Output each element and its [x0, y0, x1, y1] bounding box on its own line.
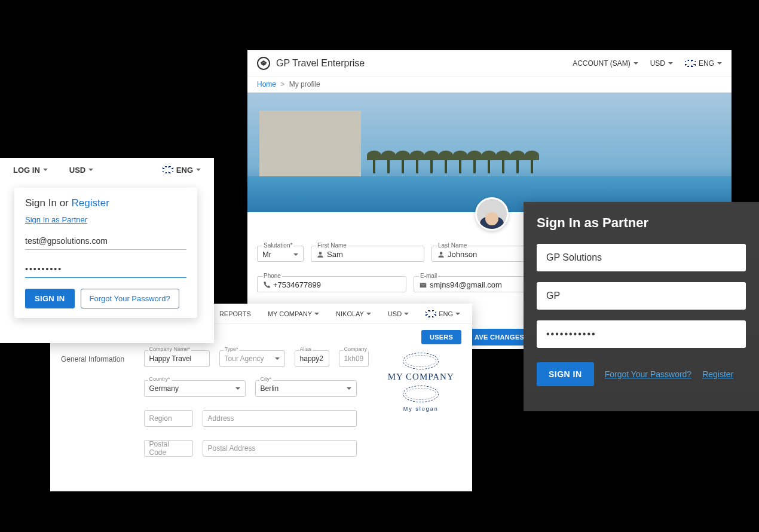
- uk-flag-icon: [426, 310, 436, 317]
- breadcrumb-current: My profile: [289, 80, 320, 88]
- country-select[interactable]: Country*Germany: [144, 380, 246, 397]
- signin-nav: LOG IN USD ENG: [0, 158, 214, 182]
- password-input[interactable]: [25, 261, 186, 278]
- section-label: General Information: [61, 350, 132, 470]
- nav-my-company[interactable]: MY COMPANY: [268, 310, 319, 317]
- phone-icon: [262, 281, 271, 289]
- chevron-down-icon: [668, 62, 673, 65]
- first-name-field[interactable]: First Name: [311, 246, 424, 262]
- brand-logo-icon: [257, 57, 270, 70]
- company-name-field[interactable]: Company Name*Happy Travel: [144, 350, 210, 367]
- company-code-field: Company1kh09: [339, 350, 369, 367]
- nav-login[interactable]: LOG IN: [13, 166, 48, 175]
- chevron-down-icon: [455, 313, 460, 315]
- chevron-down-icon: [275, 357, 280, 360]
- postal-address-field[interactable]: Postal Address: [203, 440, 357, 457]
- breadcrumb: Home > My profile: [247, 77, 732, 93]
- signin-popup: Sign In or Register Sign In as Partner S…: [14, 188, 197, 318]
- profile-header: GP Travel Enterprise ACCOUNT (SAM) USD E…: [247, 50, 732, 77]
- nav-user[interactable]: NIKOLAY: [336, 310, 371, 317]
- partner-password-input[interactable]: [537, 320, 746, 348]
- region-field[interactable]: Region: [144, 410, 193, 427]
- partner-signin-panel: Sign In as Partner SIGN IN Forgot Your P…: [524, 202, 759, 411]
- phone-field[interactable]: Phone: [257, 276, 406, 292]
- signin-panel: LOG IN USD ENG LIGH m 2 Sign In or Regis…: [0, 158, 214, 343]
- account-dropdown[interactable]: ACCOUNT (SAM): [573, 59, 638, 68]
- logo-ring-icon: [403, 386, 439, 402]
- chevron-down-icon: [293, 253, 298, 256]
- postal-code-field[interactable]: Postal Code: [144, 440, 193, 457]
- chevron-down-icon: [235, 387, 240, 390]
- chevron-down-icon: [347, 387, 351, 390]
- mail-icon: [419, 281, 427, 289]
- nav-currency[interactable]: USD: [388, 310, 409, 317]
- users-button[interactable]: USERS: [421, 330, 461, 344]
- signin-title: Sign In or Register: [25, 197, 186, 209]
- person-icon: [437, 250, 445, 259]
- chevron-down-icon: [196, 169, 201, 171]
- partner-user-input[interactable]: [537, 282, 746, 310]
- nav-currency[interactable]: USD: [69, 166, 93, 175]
- uk-flag-icon: [163, 166, 173, 173]
- partner-forgot-link[interactable]: Forgot Your Password?: [605, 369, 692, 379]
- chevron-down-icon: [314, 313, 319, 315]
- logo-ring-icon: [403, 353, 439, 369]
- chevron-down-icon: [633, 62, 638, 65]
- brand-title: GP Travel Enterprise: [276, 58, 365, 69]
- email-input[interactable]: [25, 233, 186, 250]
- save-changes-button[interactable]: AVE CHANGES: [467, 329, 531, 346]
- chevron-down-icon: [366, 313, 371, 315]
- company-type-select[interactable]: Type*Tour Agency: [219, 350, 285, 367]
- city-select[interactable]: City*Berlin: [255, 380, 357, 397]
- hero-image: [247, 93, 732, 212]
- nav-reports[interactable]: REPORTS: [219, 310, 251, 317]
- salutation-select[interactable]: Salutation* Mr: [257, 246, 304, 262]
- chevron-down-icon: [43, 169, 48, 171]
- avatar[interactable]: [475, 197, 509, 231]
- partner-title: Sign In as Partner: [537, 215, 746, 231]
- chevron-down-icon: [717, 62, 722, 65]
- signin-as-partner-link[interactable]: Sign In as Partner: [25, 215, 186, 224]
- uk-flag-icon: [685, 60, 696, 67]
- signin-button[interactable]: SIGN IN: [25, 289, 75, 308]
- chevron-down-icon: [404, 313, 409, 315]
- nav-language[interactable]: ENG: [426, 310, 460, 317]
- language-dropdown[interactable]: ENG: [685, 59, 722, 68]
- forgot-password-button[interactable]: Forgot Your Password?: [81, 289, 179, 308]
- partner-company-input[interactable]: [537, 244, 746, 271]
- alias-field[interactable]: Aliashappy2: [295, 350, 329, 367]
- address-field[interactable]: Address: [203, 410, 357, 427]
- register-link[interactable]: Register: [72, 197, 109, 209]
- chevron-down-icon: [88, 169, 93, 171]
- partner-signin-button[interactable]: SIGN IN: [537, 362, 594, 386]
- person-icon: [316, 250, 325, 259]
- currency-dropdown[interactable]: USD: [650, 59, 673, 68]
- partner-register-link[interactable]: Register: [702, 369, 733, 379]
- breadcrumb-home[interactable]: Home: [257, 80, 276, 88]
- nav-language[interactable]: ENG: [163, 166, 201, 175]
- company-logo: MY COMPANY My slogan: [381, 350, 461, 470]
